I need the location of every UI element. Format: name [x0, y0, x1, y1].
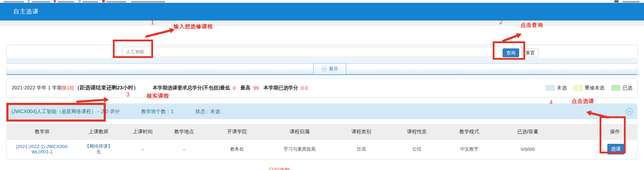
round-label: 第1轮 [62, 85, 74, 91]
teacher-mode-tag: 【网络授课】 [85, 143, 113, 149]
teacher-cell: 【网络授课】 无 [73, 143, 124, 155]
term-label: 2021-2022 学年 1 学期 [12, 85, 62, 91]
query-button[interactable]: 查询 [503, 48, 519, 57]
course-panel: (JWCX004)人工智能（超星网络课程） - 2.0 学分 教学班个数：1 状… [6, 103, 638, 160]
col-header-category: 课程类别 [332, 129, 390, 135]
class-time-cell: -- [124, 147, 161, 152]
col-header-capacity: 已选/容量 [495, 129, 560, 135]
bookmark-item[interactable] [58, 1, 74, 2]
course-search-input[interactable] [122, 47, 506, 57]
status-legend: 未选 重修未选 已选 [546, 85, 632, 91]
annotation-step4-number: 4 [549, 99, 553, 106]
table-header-row: 教学班 上课教师 上课时间 教学地点 开课学院 课程归属 课程类别 课程性质 教… [7, 124, 637, 140]
legend-selected-swatch [612, 85, 620, 90]
chevron-down-circle-icon [322, 66, 327, 72]
annotation-arrow-1 [145, 29, 174, 37]
course-title: (JWCX004)人工智能（超星网络课程） - [11, 109, 99, 115]
app-header: 自主选课 [0, 3, 644, 20]
semester-info-panel: 2021-2022 学年 1 学期 第1轮 （距选课结束还剩23小时） 本学期选… [6, 78, 638, 98]
page-title: 自主选课 [13, 3, 39, 20]
college-cell: 教务处 [207, 146, 267, 152]
browser-icon[interactable] [614, 0, 619, 2]
course-header-bar[interactable]: (JWCX004)人工智能（超星网络课程） - 2.0 学分 教学班个数：1 状… [7, 104, 637, 119]
bookmark-item[interactable] [131, 1, 165, 2]
col-header-time: 上课时间 [124, 129, 161, 135]
course-credits: 2.0 学分 [101, 109, 119, 115]
folder-icon [28, 0, 30, 2]
collapse-course-button[interactable] [626, 108, 633, 115]
annotation-arrow-2 [502, 34, 521, 41]
col-header-location: 教学地点 [161, 129, 207, 135]
folder-icon [78, 0, 81, 2]
col-header-nature: 课程性质 [390, 129, 443, 135]
col-header-college: 开课学院 [207, 129, 267, 135]
bookmark-item[interactable] [622, 1, 639, 2]
bookmark-item[interactable] [32, 1, 50, 2]
bookmark-item[interactable] [107, 1, 126, 2]
expand-label: 展开 [329, 66, 338, 72]
reset-button[interactable]: 重置 [522, 48, 539, 57]
annotation-step1-label: 输入想选修课程 [174, 23, 213, 30]
browser-bookmarks-bar[interactable] [0, 0, 644, 3]
bookmark-item[interactable] [4, 1, 24, 2]
table-row: (2021-2022-1)-JWCX004-WL0001-1 【网络授课】 无 … [7, 140, 637, 159]
course-category-cell: 任选 [332, 146, 390, 152]
annotation-step2-number: 2 [499, 19, 503, 25]
legend-selected: 已选 [612, 85, 632, 91]
legend-retake-swatch [574, 85, 582, 90]
search-panel-strip [7, 58, 637, 63]
teacher-name: 无 [96, 149, 101, 155]
class-code-link[interactable]: (2021-2022-1)-JWCX004-WL0001-1 [11, 144, 73, 154]
course-nature-cell: 公任 [390, 146, 443, 152]
selected-credits-label: 本学期已选学分 [264, 85, 298, 91]
course-class-count: 教学班个数：1 [141, 109, 174, 115]
legend-unselected-swatch [546, 85, 554, 90]
bookmark-item[interactable] [83, 1, 98, 2]
select-course-button[interactable]: 选课 [607, 144, 624, 154]
course-status: 状态：未选 [195, 109, 220, 115]
course-belong-cell: 学习与素质提高 [267, 146, 332, 152]
annotation-step2-label: 点击查询 [521, 22, 543, 29]
expand-toggle[interactable]: 展开 [313, 63, 346, 75]
col-header-teacher: 上课教师 [73, 129, 124, 135]
capacity-cell: 0/5000 [495, 147, 560, 152]
selected-credits-value: 0.0 [301, 85, 308, 91]
annotation-step3-label: 核实课程 [147, 93, 169, 99]
site-favicon [102, 0, 105, 2]
annotation-step3-number: 3 [126, 92, 129, 98]
credit-max-label: 最高 [241, 85, 250, 91]
col-header-action: 操作 [610, 129, 620, 135]
end-of-list-note: 已到底部 [269, 167, 290, 170]
col-header-class: 教学班 [11, 129, 73, 135]
annotation-arrow-3 [76, 100, 109, 102]
credit-req-label: 本学期选课要求总学分(不包括)最低 [153, 85, 230, 91]
legend-unselected: 未选 [546, 85, 567, 91]
page: 自主选课 查询 重置 展开 2021-2022 学年 1 学期 第1轮 （距选课… [0, 0, 644, 170]
site-favicon [54, 0, 56, 2]
col-header-belong: 课程归属 [267, 129, 332, 135]
credit-max-value: 99 [253, 85, 259, 91]
annotation-step4-label: 点击选课 [572, 98, 594, 105]
teach-mode-cell: 中文教学 [443, 146, 495, 152]
annotation-step1-number: 1 [151, 19, 154, 26]
countdown-label: （距选课结束还剩23小时） [74, 84, 139, 91]
subheader-strip [0, 20, 644, 26]
legend-retake-unselected: 重修未选 [574, 85, 604, 91]
col-header-mode: 教学模式 [443, 129, 495, 135]
location-cell: -- [161, 147, 207, 152]
credit-min-value: 0 [233, 85, 236, 91]
